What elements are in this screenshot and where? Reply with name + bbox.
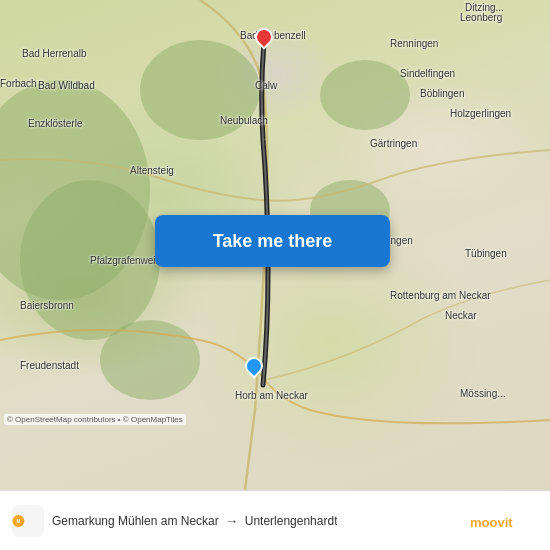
forest-ne [320, 60, 410, 130]
forest-sw [20, 180, 160, 340]
svg-text:M: M [16, 519, 20, 524]
moovit-logo: M [12, 505, 44, 537]
map-container: Bad HerrenalbBad WildbadBad LiebenzellCa… [0, 0, 550, 490]
take-me-there-button[interactable]: Take me there [155, 215, 390, 267]
route-info: Gemarkung Mühlen am Neckar → Unterlengen… [52, 513, 460, 529]
origin-label: Gemarkung Mühlen am Neckar [52, 514, 219, 528]
destination-label: Unterlengenhardt [245, 514, 338, 528]
bottom-bar: M Gemarkung Mühlen am Neckar → Unterleng… [0, 490, 550, 550]
svg-text:moovit: moovit [470, 515, 513, 530]
moovit-brand: moovit [468, 509, 538, 533]
forest-center-n [140, 40, 260, 140]
arrow-icon: → [225, 513, 239, 529]
forest-s [100, 320, 200, 400]
